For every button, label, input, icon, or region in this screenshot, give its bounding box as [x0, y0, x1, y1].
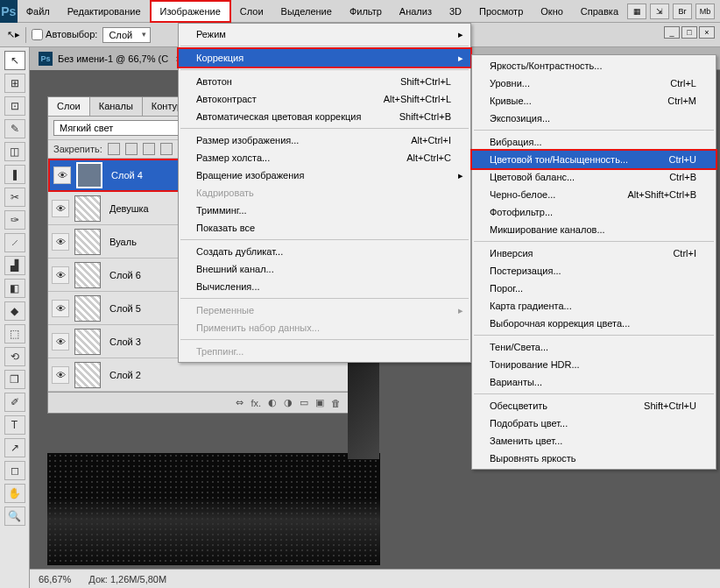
menu-item[interactable]: Уровни...Ctrl+L	[472, 74, 716, 92]
layer-thumb[interactable]	[74, 229, 101, 255]
zoom-level[interactable]: 66,67%	[39, 574, 71, 584]
group-icon[interactable]: ▭	[300, 397, 308, 408]
menu-item[interactable]: Вращение изображения	[179, 166, 470, 184]
tool-path[interactable]: ↗	[4, 438, 25, 457]
lock-move-icon[interactable]	[143, 143, 155, 155]
win-min-icon[interactable]: _	[664, 26, 680, 39]
menu-item[interactable]: Тени/Света...	[472, 338, 716, 356]
tool-blur[interactable]: ⬚	[4, 324, 25, 344]
menu-item[interactable]: Внешний канал...	[179, 260, 470, 278]
tool-move[interactable]: ↖	[4, 51, 25, 70]
hdr-btn-1[interactable]: ▦	[627, 4, 646, 19]
new-layer-icon[interactable]: ▣	[315, 397, 324, 408]
layer-thumb[interactable]	[74, 329, 101, 355]
layer-thumb[interactable]	[74, 195, 101, 222]
adjust-layer-icon[interactable]: ◑	[284, 397, 293, 408]
lock-all-icon[interactable]	[160, 143, 173, 155]
tool-zoom[interactable]: 🔍	[4, 507, 25, 526]
tool-text[interactable]: T	[4, 415, 25, 435]
menu-item[interactable]: Тримминг...	[179, 202, 470, 219]
layer-thumb[interactable]	[74, 262, 101, 288]
eye-icon[interactable]: 👁	[52, 300, 69, 317]
menu-item[interactable]: Выборочная коррекция цвета...	[472, 315, 716, 332]
lock-pixels-icon[interactable]	[108, 143, 120, 155]
layer-row[interactable]: 👁Слой 2	[48, 358, 348, 392]
menu-item[interactable]: Цветовой тон/Насыщенность...Ctrl+U	[472, 151, 716, 168]
tool-dodge[interactable]: ⟲	[4, 347, 25, 366]
menu-item[interactable]: Кривые...Ctrl+M	[472, 92, 716, 110]
fx-icon[interactable]: fx.	[251, 398, 261, 408]
tool-crop[interactable]: ◫	[4, 142, 25, 161]
menu-item[interactable]: Показать все	[179, 219, 470, 237]
menu-item[interactable]: ИнверсияCtrl+I	[472, 244, 716, 262]
menu-item[interactable]: Подобрать цвет...	[472, 414, 716, 432]
layer-thumb[interactable]	[76, 162, 102, 188]
menu-item[interactable]: Яркость/Контрастность...	[472, 57, 716, 74]
tool-shape[interactable]: ◻	[4, 461, 25, 480]
auto-select-dropdown[interactable]: Слой	[102, 27, 151, 43]
tool-heal[interactable]: ✂	[4, 188, 25, 207]
eye-icon[interactable]: 👁	[52, 266, 69, 284]
eye-icon[interactable]: 👁	[52, 333, 69, 351]
menu-item[interactable]: Постеризация...	[472, 262, 716, 280]
menu-item[interactable]: Заменить цвет...	[472, 432, 716, 450]
mask-icon[interactable]: ◐	[268, 397, 277, 408]
menu-file[interactable]: Файл	[18, 0, 59, 23]
menu-item[interactable]: Режим	[179, 25, 470, 43]
eye-icon[interactable]: 👁	[53, 166, 71, 184]
canvas-image[interactable]	[47, 453, 380, 565]
menu-item[interactable]: Автоматическая цветовая коррекцияShift+C…	[179, 108, 470, 125]
auto-select-check[interactable]: Автовыбор:	[32, 29, 97, 41]
trash-icon[interactable]: 🗑	[331, 398, 341, 408]
tool-lasso[interactable]: ⊡	[4, 96, 25, 116]
lock-paint-icon[interactable]	[125, 143, 138, 155]
menu-item[interactable]: Коррекция	[179, 49, 470, 67]
menu-item[interactable]: Вибрация...	[472, 133, 716, 151]
menu-window[interactable]: Окно	[532, 0, 572, 23]
tool-eraser[interactable]: ◧	[4, 279, 25, 298]
menu-item[interactable]: АвтотонShift+Ctrl+L	[179, 73, 470, 90]
document-tab[interactable]: Ps Без имени-1 @ 66,7% (С ×	[30, 47, 190, 70]
tool-wand[interactable]: ✎	[4, 119, 25, 138]
menu-3d[interactable]: 3D	[441, 0, 470, 23]
tool-type[interactable]: ✐	[4, 393, 25, 412]
hdr-btn-br[interactable]: Br	[673, 4, 692, 19]
menu-item[interactable]: Цветовой баланс...Ctrl+B	[472, 168, 716, 186]
panel-tab-layers[interactable]: Слои	[48, 97, 90, 116]
menu-view[interactable]: Просмотр	[470, 0, 532, 23]
menu-filter[interactable]: Фильтр	[341, 0, 391, 23]
eye-icon[interactable]: 👁	[52, 233, 69, 251]
hdr-btn-2[interactable]: ⇲	[650, 4, 669, 19]
menu-item[interactable]: Размер холста...Alt+Ctrl+C	[179, 149, 470, 166]
menu-item[interactable]: ОбесцветитьShift+Ctrl+U	[472, 397, 716, 414]
menu-image[interactable]: Изображение	[150, 0, 231, 23]
menu-item[interactable]: Карта градиента...	[472, 297, 716, 315]
tool-history[interactable]: ▟	[4, 256, 25, 275]
tool-gradient[interactable]: ◆	[4, 301, 25, 321]
menu-item[interactable]: Варианты...	[472, 373, 716, 391]
menu-item[interactable]: Микширование каналов...	[472, 221, 716, 238]
menu-edit[interactable]: Редактирование	[59, 0, 150, 23]
menu-item[interactable]: Вычисления...	[179, 278, 470, 295]
panel-tab-channels[interactable]: Каналы	[90, 97, 143, 116]
tool-hand[interactable]: ✋	[4, 484, 25, 503]
tool-brush[interactable]: ✑	[4, 210, 25, 230]
tool-marquee[interactable]: ⊞	[4, 74, 25, 93]
win-max-icon[interactable]: □	[681, 26, 697, 39]
menu-item[interactable]: Размер изображения...Alt+Ctrl+I	[179, 131, 470, 149]
menu-item[interactable]: Фотофильтр...	[472, 203, 716, 221]
layer-thumb[interactable]	[74, 295, 101, 322]
win-close-icon[interactable]: ×	[699, 26, 715, 39]
menu-select[interactable]: Выделение	[272, 0, 341, 23]
blend-mode-dropdown[interactable]: Мягкий свет	[53, 120, 185, 136]
menu-item[interactable]: Экспозиция...	[472, 110, 716, 127]
layer-thumb[interactable]	[74, 362, 101, 388]
menu-item[interactable]: Выровнять яркость	[472, 450, 716, 467]
menu-item[interactable]: АвтоконтрастAlt+Shift+Ctrl+L	[179, 90, 470, 108]
menu-item[interactable]: Порог...	[472, 280, 716, 297]
menu-analysis[interactable]: Анализ	[391, 0, 441, 23]
link-layers-icon[interactable]: ⇔	[236, 397, 244, 408]
tool-stamp[interactable]: ⟋	[4, 233, 25, 252]
eye-icon[interactable]: 👁	[52, 366, 69, 384]
eye-icon[interactable]: 👁	[52, 200, 69, 217]
